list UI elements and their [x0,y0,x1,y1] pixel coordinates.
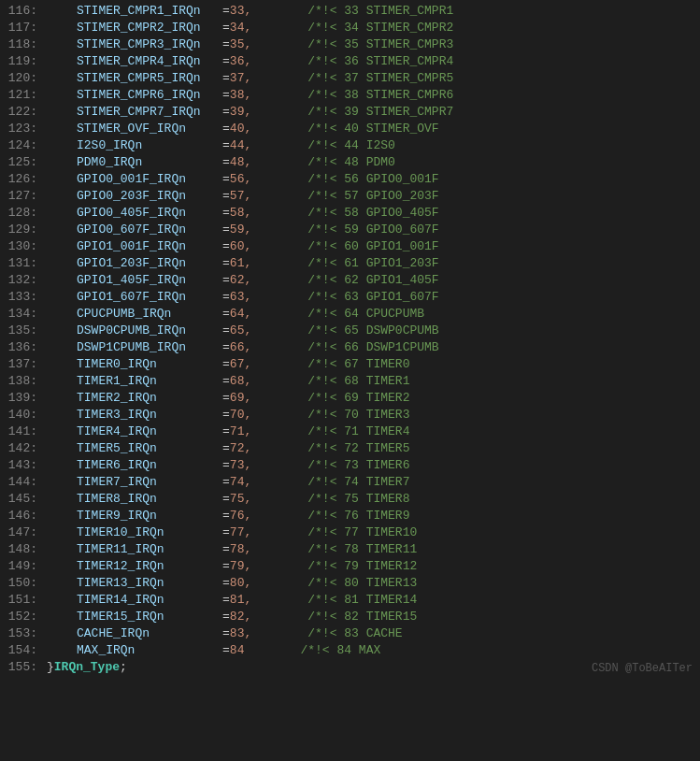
equals-op: = [222,71,230,85]
irq-comment: /*!< 39 STIMER_CMPR7 [307,105,453,119]
semicolon: ; [120,660,127,674]
irq-comment: /*!< 83 CACHE [307,626,402,640]
irq-value: 56, [230,172,251,186]
irq-comment: /*!< 44 I2S0 [307,138,395,152]
line-content: STIMER_CMPR6_IRQn = 38, /*!< 38 STIMER_C… [47,88,696,102]
equals-op: = [222,391,230,405]
equals-op: = [222,323,230,337]
irq-value: 66, [230,340,251,354]
equals-op: = [222,4,230,18]
irq-comment: /*!< 73 TIMER6 [307,458,409,472]
irq-value: 78, [230,542,251,556]
equals-op: = [222,610,230,624]
irq-comment: /*!< 34 STIMER_CMPR2 [307,21,453,35]
line-content: STIMER_OVF_IRQn = 40, /*!< 40 STIMER_OVF [47,122,696,136]
irq-value: 75, [230,492,251,506]
irq-value: 79, [230,559,251,573]
line-content: TIMER6_IRQn = 73, /*!< 73 TIMER6 [47,458,696,472]
equals-op: = [222,54,230,68]
irq-value: 68, [230,374,251,388]
code-line-128: 128:GPIO0_405F_IRQn = 58, /*!< 58 GPIO0_… [0,206,700,223]
irq-name: STIMER_CMPR3_IRQn [77,37,201,51]
irq-name: DSWP1CPUMB_IRQn [77,340,186,354]
equals-op: = [222,542,230,556]
equals-op: = [222,525,230,539]
line-number: 142: [4,441,37,455]
code-line-141: 141:TIMER4_IRQn = 71, /*!< 71 TIMER4 [0,424,700,441]
line-number: 145: [4,492,37,506]
irq-name: CPUCPUMB_IRQn [77,307,171,321]
irq-comment: /*!< 67 TIMER0 [307,357,409,371]
line-number: 149: [4,559,37,573]
irq-comment: /*!< 56 GPIO0_001F [307,172,438,186]
irq-name: CACHE_IRQn [77,626,150,640]
line-number: 130: [4,239,37,253]
line-number: 136: [4,340,37,354]
code-line-150: 150:TIMER13_IRQn = 80, /*!< 80 TIMER13 [0,576,700,593]
code-line-117: 117:STIMER_CMPR2_IRQn = 34, /*!< 34 STIM… [0,21,700,37]
equals-op: = [222,441,230,455]
irq-value: 37, [230,71,251,85]
equals-op: = [222,256,230,270]
line-number: 123: [4,122,37,136]
irq-comment: /*!< 40 STIMER_OVF [307,122,438,136]
irq-comment: /*!< 63 GPIO1_607F [307,290,438,304]
line-content: GPIO0_607F_IRQn = 59, /*!< 59 GPIO0_607F [47,223,696,237]
irq-name: TIMER3_IRQn [77,408,157,422]
code-line-146: 146:TIMER9_IRQn = 76, /*!< 76 TIMER9 [0,509,700,525]
code-line-134: 134:CPUCPUMB_IRQn = 64, /*!< 64 CPUCPUMB [0,307,700,323]
equals-op: = [222,559,230,573]
code-line-143: 143:TIMER6_IRQn = 73, /*!< 73 TIMER6 [0,458,700,475]
line-number: 117: [4,21,37,35]
close-brace: } [47,660,54,674]
irq-comment: /*!< 59 GPIO0_607F [307,223,438,237]
irq-comment: /*!< 79 TIMER12 [307,559,417,573]
equals-op: = [222,643,230,657]
irq-comment: /*!< 71 TIMER4 [307,424,409,438]
line-number: 116: [4,4,37,18]
code-line-116: 116:STIMER_CMPR1_IRQn = 33, /*!< 33 STIM… [0,4,700,21]
line-number: 118: [4,37,37,51]
equals-op: = [222,189,230,203]
line-content: TIMER7_IRQn = 74, /*!< 74 TIMER7 [47,475,696,489]
line-content: GPIO0_203F_IRQn = 57, /*!< 57 GPIO0_203F [47,189,696,203]
equals-op: = [222,509,230,523]
line-content: GPIO1_001F_IRQn = 60, /*!< 60 GPIO1_001F [47,239,696,253]
line-content: TIMER0_IRQn = 67, /*!< 67 TIMER0 [47,357,696,371]
line-number: 150: [4,576,37,590]
irq-value: 39, [230,105,251,119]
irq-value: 80, [230,576,251,590]
irq-name: STIMER_CMPR5_IRQn [77,71,201,85]
equals-op: = [222,408,230,422]
line-content: GPIO1_405F_IRQn = 62, /*!< 62 GPIO1_405F [47,273,696,287]
line-number: 135: [4,323,37,337]
irq-value: 40, [230,122,251,136]
code-line-142: 142:TIMER5_IRQn = 72, /*!< 72 TIMER5 [0,441,700,458]
irq-value: 76, [230,509,251,523]
line-number: 119: [4,54,37,68]
line-content: STIMER_CMPR5_IRQn = 37, /*!< 37 STIMER_C… [47,71,696,85]
equals-op: = [222,340,230,354]
irq-value: 69, [230,391,251,405]
line-number: 144: [4,475,37,489]
line-content: CACHE_IRQn = 83, /*!< 83 CACHE [47,626,696,640]
code-line-138: 138:TIMER1_IRQn = 68, /*!< 68 TIMER1 [0,374,700,391]
irq-comment: /*!< 57 GPIO0_203F [307,189,438,203]
irq-name: PDM0_IRQn [77,155,142,169]
irq-value: 71, [230,424,251,438]
line-number: 148: [4,542,37,556]
line-number: 141: [4,424,37,438]
irq-value: 48, [230,155,251,169]
irq-value: 33, [230,4,251,18]
irq-name: TIMER0_IRQn [77,357,157,371]
irq-name: GPIO1_607F_IRQn [77,290,186,304]
code-line-148: 148:TIMER11_IRQn = 78, /*!< 78 TIMER11 [0,542,700,559]
code-line-144: 144:TIMER7_IRQn = 74, /*!< 74 TIMER7 [0,475,700,492]
line-content: TIMER5_IRQn = 72, /*!< 72 TIMER5 [47,441,696,455]
line-number: 125: [4,155,37,169]
irq-value: 77, [230,525,251,539]
irq-comment: /*!< 48 PDM0 [307,155,395,169]
irq-comment: /*!< 36 STIMER_CMPR4 [307,54,453,68]
irq-value: 82, [230,610,251,624]
line-content: STIMER_CMPR1_IRQn = 33, /*!< 33 STIMER_C… [47,4,696,18]
